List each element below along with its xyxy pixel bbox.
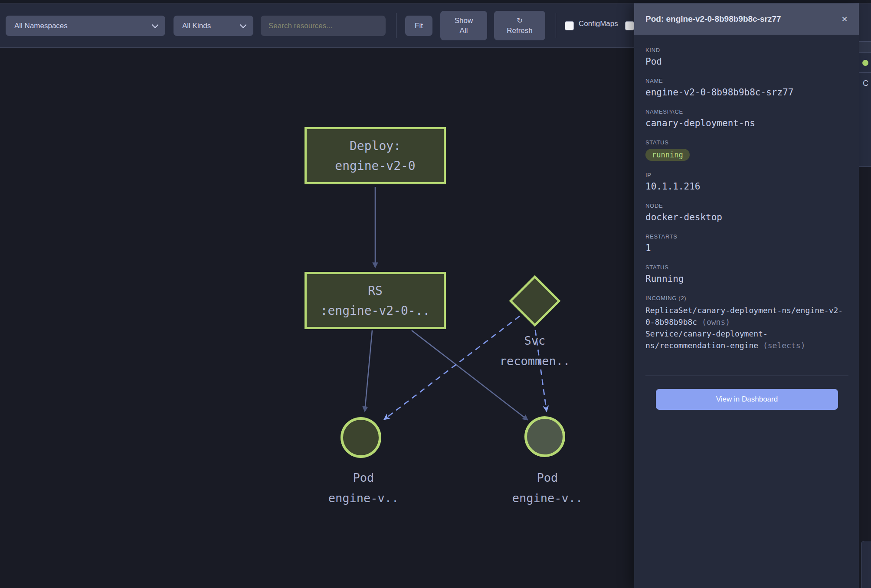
details-panel-body: KIND Pod NAME engine-v2-0-8b98b9b8c-srz7… — [634, 35, 859, 423]
bottom-right-widget — [861, 541, 871, 588]
refresh-icon: ↻ — [507, 16, 533, 26]
toolbar-divider — [556, 13, 556, 38]
node-replicaset[interactable]: RS :engine-v2-0-.. — [305, 272, 446, 329]
graph-canvas[interactable]: Deploy: engine-v2-0 RS :engine-v2-0-.. S… — [0, 48, 634, 588]
node-pod-1-name: engine-v.. — [285, 488, 442, 508]
field-namespace-label: NAMESPACE — [645, 108, 848, 115]
show-all-button[interactable]: Show All — [440, 11, 487, 40]
configmaps-checkbox[interactable] — [565, 21, 574, 30]
node-deployment-kind: Deploy: — [307, 136, 444, 156]
incoming-entry-path: ReplicaSet/canary-deployment-ns/engine-v… — [645, 306, 843, 327]
field-kind-label: KIND — [645, 47, 848, 53]
view-in-dashboard-button[interactable]: View in Dashboard — [656, 389, 838, 410]
namespace-filter-select[interactable]: All Namespaces — [6, 16, 165, 36]
namespace-filter-value: All Namespaces — [14, 22, 68, 30]
node-pod-2-kind: Pod — [469, 467, 625, 488]
incoming-label: INCOMING (2) — [645, 295, 848, 301]
field-restarts-value: 1 — [645, 243, 848, 253]
close-icon[interactable]: × — [842, 14, 848, 24]
incoming-entry-path: Service/canary-deployment-ns/recommendat… — [645, 329, 768, 350]
node-pod-1-label: Pod engine-v.. — [285, 467, 442, 508]
status-badge: running — [645, 149, 690, 161]
node-pod-2[interactable] — [524, 416, 565, 457]
field-node-label: NODE — [645, 203, 848, 209]
field-status-label: STATUS — [645, 139, 848, 146]
refresh-button-content: ↻ Refresh — [507, 16, 533, 36]
incoming-entry: ReplicaSet/canary-deployment-ns/engine-v… — [645, 304, 848, 328]
status-badge-row: running — [645, 149, 848, 161]
chevron-down-icon — [240, 22, 247, 29]
node-service-name: recommen.. — [457, 351, 613, 371]
refresh-button[interactable]: ↻ Refresh — [494, 11, 545, 40]
field-restarts-label: RESTARTS — [645, 233, 848, 240]
show-all-button-label: Show All — [452, 16, 475, 36]
search-input[interactable] — [261, 16, 386, 36]
incoming-entry: Service/canary-deployment-ns/recommendat… — [645, 328, 848, 351]
node-service-kind: Svc — [457, 330, 613, 351]
node-replicaset-name: :engine-v2-0-.. — [307, 301, 444, 321]
refresh-button-label: Refresh — [507, 26, 533, 35]
status-dot-icon — [862, 60, 868, 66]
field-node-value: docker-desktop — [645, 212, 848, 222]
node-service-label: Svc recommen.. — [457, 330, 613, 371]
node-deployment[interactable]: Deploy: engine-v2-0 — [305, 127, 446, 184]
field-name-label: NAME — [645, 78, 848, 84]
node-pod-1[interactable] — [341, 417, 381, 458]
field-namespace-value: canary-deployment-ns — [645, 118, 848, 128]
incoming-entry-relation: (owns) — [702, 317, 730, 327]
window-top-strip — [0, 0, 871, 3]
field-ip-label: IP — [645, 172, 848, 178]
panel-title: Pod: engine-v2-0-8b98b9b8c-srz77 — [645, 14, 781, 24]
fit-button[interactable]: Fit — [405, 16, 432, 36]
field-kind-value: Pod — [645, 56, 848, 67]
configmaps-label: ConfigMaps — [579, 20, 618, 28]
panel-actions: View in Dashboard — [645, 376, 848, 423]
kind-filter-select[interactable]: All Kinds — [174, 16, 253, 36]
edge-rs-to-pod1 — [365, 330, 372, 411]
toolbar-divider — [396, 13, 396, 38]
field-status2-label: STATUS — [645, 264, 848, 271]
incoming-entry-relation: (selects) — [763, 341, 806, 350]
chevron-down-icon — [152, 22, 159, 29]
details-panel: Pod: engine-v2-0-8b98b9b8c-srz77 × KIND … — [634, 3, 859, 588]
node-pod-1-kind: Pod — [285, 467, 442, 488]
node-replicaset-kind: RS — [307, 281, 444, 301]
field-status2-value: Running — [645, 274, 848, 284]
fit-button-label: Fit — [415, 22, 423, 30]
node-deployment-name: engine-v2-0 — [307, 156, 444, 176]
kind-filter-value: All Kinds — [182, 22, 211, 30]
field-name-value: engine-v2-0-8b98b9b8c-srz77 — [645, 87, 848, 98]
node-pod-2-label: Pod engine-v.. — [469, 467, 625, 508]
node-pod-2-name: engine-v.. — [469, 488, 625, 508]
details-panel-header: Pod: engine-v2-0-8b98b9b8c-srz77 × — [634, 3, 859, 35]
field-ip-value: 10.1.1.216 — [645, 181, 848, 192]
secondary-filter-checkbox[interactable] — [625, 21, 634, 30]
